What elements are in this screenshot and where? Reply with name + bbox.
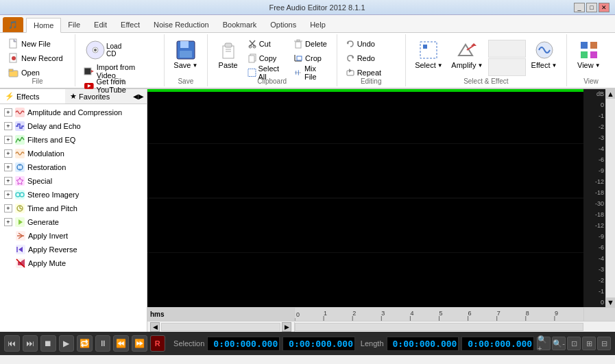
expand-filters[interactable]: + (4, 136, 12, 144)
tree-item-amplitude[interactable]: + Amplitude and Compression (1, 106, 145, 119)
expand-restoration[interactable]: + (4, 163, 12, 171)
tab-effects[interactable]: ⚡ Effects (0, 89, 65, 104)
amplitude-label: Amplitude and Compression (27, 108, 122, 117)
amplify-dropdown[interactable]: ▼ (477, 62, 483, 69)
hscroll-track-left[interactable] (161, 323, 280, 331)
scroll-down[interactable]: ▼ (606, 298, 615, 307)
paste-button[interactable]: Paste (213, 37, 243, 71)
amplify-label: Amplify (451, 61, 476, 69)
tree-item-modulation[interactable]: + Modulation (1, 147, 145, 160)
zoom-in-btn[interactable]: 🔍+ (537, 337, 551, 350)
tree-item-restoration[interactable]: + Restoration (1, 160, 145, 174)
transport-pause[interactable]: ⏸ (95, 335, 111, 352)
view-button[interactable]: View ▼ (572, 37, 605, 71)
tree-item-filters[interactable]: + Filters and EQ (1, 133, 145, 147)
scroll-right-btn[interactable]: ▶ (282, 322, 291, 332)
amplify-button[interactable]: Amplify ▼ (448, 37, 486, 71)
select-button[interactable]: Select ▼ (411, 37, 446, 71)
delete-label: Delete (305, 40, 327, 48)
generate-icon (14, 217, 25, 228)
waveform-canvas-area[interactable] (147, 89, 583, 307)
tree-item-apply-reverse[interactable]: Apply Reverse (1, 243, 145, 256)
transport-stop[interactable]: ⏹ (40, 335, 56, 352)
tab-bookmark[interactable]: Bookmark (216, 17, 264, 32)
expand-special[interactable]: + (4, 177, 12, 185)
cut-button[interactable]: Cut (245, 37, 289, 51)
minimize-button[interactable]: _ (574, 3, 585, 12)
expand-amplitude[interactable]: + (4, 108, 12, 117)
tab-home[interactable]: Home (26, 18, 61, 33)
zoom-fit-btn[interactable]: ⊡ (567, 337, 581, 350)
effect-dropdown[interactable]: ▼ (552, 62, 557, 69)
zoom-out-btn[interactable]: 🔍- (552, 337, 566, 350)
length-start-time: 0:00:000.000 (387, 337, 459, 351)
load-cd-button[interactable]: LoadCD (81, 37, 125, 63)
transport-rewind[interactable]: ⏪ (113, 335, 129, 352)
new-record-button[interactable]: New Record (5, 51, 66, 65)
import-video-icon (84, 66, 95, 77)
tab-options[interactable]: Options (263, 17, 303, 32)
expand-stereo[interactable]: + (4, 191, 12, 199)
undo-button[interactable]: Undo (343, 37, 378, 51)
delete-button[interactable]: Delete (291, 37, 331, 51)
tree-item-stereo[interactable]: + Stereo Imagery (1, 188, 145, 202)
zoom-reset-btn[interactable]: ⊟ (597, 337, 611, 350)
copy-button[interactable]: Copy (245, 51, 289, 65)
special-label: Special (27, 177, 52, 185)
amplitude-icon (14, 107, 25, 118)
save-dropdown-icon[interactable]: ▼ (192, 62, 197, 69)
tab-noise-reduction[interactable]: Noise Reduction (147, 17, 216, 32)
save-button[interactable]: Save ▼ (170, 37, 202, 71)
tree-item-delay[interactable]: + Delay and Echo (1, 119, 145, 133)
db-label-neg1a: -1 (585, 112, 604, 119)
timeline-ruler[interactable]: 0 1 2 3 4 5 (295, 308, 583, 321)
db-label-neg1b: -1 (585, 288, 604, 295)
scroll-up[interactable]: ▲ (606, 89, 615, 99)
office-button[interactable]: 🎵 (3, 17, 23, 32)
transport-next[interactable]: ⏭ (23, 335, 38, 352)
close-button[interactable]: ✕ (599, 3, 610, 12)
new-record-label: New Record (21, 54, 63, 62)
tab-edit[interactable]: Edit (87, 17, 114, 32)
new-file-button[interactable]: New File (5, 37, 53, 51)
favorites-icon: ★ (70, 92, 77, 101)
db-label-neg6a: -6 (585, 156, 604, 163)
zoom-select-btn[interactable]: ⊞ (582, 337, 596, 350)
tab-effect[interactable]: Effect (114, 17, 147, 32)
tab-help[interactable]: Help (303, 17, 333, 32)
scroll-left-btn[interactable]: ◀ (150, 322, 160, 332)
tab-file[interactable]: File (61, 17, 87, 32)
expand-time[interactable]: + (4, 204, 12, 213)
view-dropdown[interactable]: ▼ (595, 62, 601, 69)
tree-item-time[interactable]: + Time and Pitch (1, 202, 145, 215)
effect-button[interactable]: Effect ▼ (527, 37, 561, 71)
select-dropdown[interactable]: ▼ (437, 62, 443, 69)
import-from-video-button[interactable]: Import from Video (81, 64, 158, 78)
tree-item-special[interactable]: + Special (1, 174, 145, 188)
ribbon-group-view: View ▼ View (567, 34, 615, 86)
tree-item-apply-mute[interactable]: Apply Mute (1, 256, 145, 270)
vertical-scrollbar[interactable]: ▲ ▼ (605, 89, 615, 307)
select-icon (418, 39, 439, 61)
crop-button[interactable]: Crop (291, 51, 331, 65)
tree-item-generate[interactable]: + Generate (1, 215, 145, 229)
window-controls[interactable]: _ □ ✕ (574, 3, 610, 12)
transport-record[interactable]: R (150, 335, 166, 352)
horizontal-scrollbar[interactable]: ◀ ▶ (147, 321, 615, 332)
maximize-button[interactable]: □ (586, 3, 597, 12)
expand-generate[interactable]: + (4, 218, 12, 226)
db-label-neg9b: -9 (585, 233, 604, 240)
hscroll-track-main[interactable] (295, 323, 583, 331)
tree-item-apply-invert[interactable]: Apply Invert (1, 229, 145, 243)
transport-prev[interactable]: ⏮ (4, 335, 20, 352)
svg-text:4: 4 (410, 310, 413, 317)
expand-modulation[interactable]: + (4, 149, 12, 158)
delete-icon (293, 39, 303, 49)
expand-delay[interactable]: + (4, 122, 12, 130)
modulation-icon (14, 148, 25, 159)
transport-play[interactable]: ▶ (59, 335, 75, 352)
undo-label: Undo (357, 40, 375, 48)
transport-forward[interactable]: ⏩ (132, 335, 147, 352)
transport-loop[interactable]: 🔁 (77, 335, 93, 352)
redo-button[interactable]: Redo (343, 51, 378, 65)
